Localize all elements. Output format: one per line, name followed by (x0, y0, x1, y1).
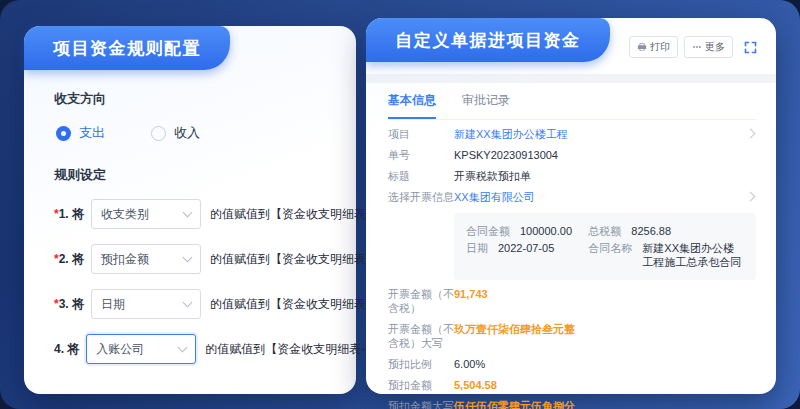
select-value: 收支类别 (101, 206, 149, 223)
rule-prefix: 2. 将 (59, 251, 84, 268)
direction-radio-group: 支出 收入 (56, 124, 336, 142)
more-button[interactable]: 更多 (684, 36, 733, 58)
rule-field-select-3[interactable]: 日期 (91, 289, 201, 319)
print-button[interactable]: 打印 (629, 36, 678, 58)
contract-tax-value: 8256.88 (631, 224, 671, 238)
contract-tax-label: 总税额 (588, 224, 621, 238)
left-panel-title-banner: 项目资金规则配置 (24, 26, 230, 70)
field-label: 开票金额（不含税） (388, 287, 454, 315)
fullscreen-icon[interactable] (743, 40, 758, 55)
rule-row-2: * 2. 将 预扣金额 的值赋值到【资金收支明细表-金额】中 (54, 244, 336, 274)
print-icon (637, 42, 647, 52)
radio-selected-icon (56, 126, 71, 141)
field-row-withhold-ratio: 预扣比例 6.00% (388, 357, 756, 371)
radio-unselected-icon (151, 126, 166, 141)
radio-income-label: 收入 (174, 124, 200, 142)
contract-name-label: 合同名称 (588, 241, 632, 269)
field-row-invoice-amount: 开票金额（不含税） 91,743 (388, 287, 756, 315)
radio-expense-label: 支出 (79, 124, 105, 142)
doc-no-value: KPSKY20230913004 (454, 148, 756, 162)
contract-name-value: 新建XX集团办公楼工程施工总承包合同 (642, 241, 744, 269)
invoice-info-link[interactable]: XX集团有限公司 (454, 190, 739, 204)
more-icon (692, 42, 702, 52)
field-row-withhold-amount-caps: 预扣金额大写 伍仟伍佰零肆元伍角捌分 (388, 399, 756, 409)
contract-amount-label: 合同金额 (466, 224, 510, 238)
bill-detail-panel: 打印 更多 基本信息 审批记录 项目 新建 (366, 18, 776, 394)
field-row-title: 标题 开票税款预扣单 (388, 169, 756, 183)
contract-date-label: 日期 (466, 241, 488, 255)
direction-label: 收支方向 (54, 90, 336, 108)
chevron-right-icon[interactable] (746, 129, 756, 139)
chevron-down-icon (178, 343, 188, 353)
tab-bar: 基本信息 审批记录 (388, 92, 756, 120)
rule-row-1: * 1. 将 收支类别 的值赋值到【资金收支明细表-收支类别】中 (54, 199, 336, 229)
field-label: 开票金额（不含税）大写 (388, 322, 454, 350)
field-row-doc-no: 单号 KPSKY20230913004 (388, 148, 756, 162)
app-background: 项目资金规则配置 收支方向 支出 收入 规则设定 * 1. 将 (0, 0, 800, 409)
rule-row-4: 4. 将 入账公司 的值赋值到【资金收支明细表-往来单位】中 (54, 334, 336, 364)
invoice-amount-caps-value: 玖万壹仟柒佰肆拾叁元整 (454, 322, 756, 336)
title-value: 开票税款预扣单 (454, 169, 756, 183)
withhold-amount-caps-value: 伍仟伍佰零肆元伍角捌分 (454, 399, 756, 409)
field-label: 预扣金额大写 (388, 399, 454, 409)
field-label: 项目 (388, 127, 454, 141)
rule-row-3: * 3. 将 日期 的值赋值到【资金收支明细表-收支日期】中 (54, 289, 336, 319)
invoice-amount-value: 91,743 (454, 287, 756, 301)
chevron-down-icon (183, 253, 193, 263)
chevron-right-icon[interactable] (746, 192, 756, 202)
rule-field-select-2[interactable]: 预扣金额 (91, 244, 201, 274)
field-label: 单号 (388, 148, 454, 162)
withhold-amount-value: 5,504.58 (454, 378, 756, 392)
right-panel-title: 自定义单据进项目资金 (396, 29, 581, 52)
field-row-project: 项目 新建XX集团办公楼工程 (388, 127, 756, 141)
rules-section-label: 规则设定 (54, 166, 336, 184)
chevron-down-icon (183, 298, 193, 308)
bill-content: 基本信息 审批记录 项目 新建XX集团办公楼工程 单号 KPSKY2023091… (366, 83, 776, 409)
field-row-invoice-amount-caps: 开票金额（不含税）大写 玖万壹仟柒佰肆拾叁元整 (388, 322, 756, 350)
withhold-ratio-value: 6.00% (454, 357, 756, 371)
rule-prefix: 3. 将 (59, 296, 84, 313)
rule-prefix: 4. 将 (54, 341, 79, 358)
tab-basic-info[interactable]: 基本信息 (388, 92, 436, 119)
field-label: 选择开票信息 (388, 190, 454, 204)
field-row-invoice-info: 选择开票信息 XX集团有限公司 (388, 190, 756, 204)
more-button-label: 更多 (705, 40, 725, 54)
select-value: 预扣金额 (101, 251, 149, 268)
chevron-down-icon (183, 208, 193, 218)
print-button-label: 打印 (650, 40, 670, 54)
right-panel-title-banner: 自定义单据进项目资金 (366, 18, 610, 62)
rule-prefix: 1. 将 (59, 206, 84, 223)
radio-income[interactable]: 收入 (151, 124, 200, 142)
contract-info-box: 合同金额 100000.00 日期 2022-07-05 总税额 8256.88… (454, 213, 756, 280)
contract-amount-value: 100000.00 (520, 224, 572, 238)
field-label: 预扣比例 (388, 357, 454, 371)
project-link[interactable]: 新建XX集团办公楼工程 (454, 127, 739, 141)
tab-approval-record[interactable]: 审批记录 (462, 92, 510, 119)
rule-field-select-1[interactable]: 收支类别 (91, 199, 201, 229)
field-row-withhold-amount: 预扣金额 5,504.58 (388, 378, 756, 392)
field-label: 预扣金额 (388, 378, 454, 392)
select-value: 入账公司 (96, 341, 144, 358)
rule-field-select-4[interactable]: 入账公司 (86, 334, 196, 364)
left-panel-title: 项目资金规则配置 (53, 37, 201, 60)
rules-list: * 1. 将 收支类别 的值赋值到【资金收支明细表-收支类别】中 * 2. 将 … (54, 199, 336, 364)
radio-expense[interactable]: 支出 (56, 124, 105, 142)
select-value: 日期 (101, 296, 125, 313)
header-divider (366, 74, 776, 83)
contract-date-value: 2022-07-05 (498, 241, 554, 255)
field-label: 标题 (388, 169, 454, 183)
bill-toolbar: 打印 更多 (629, 36, 758, 58)
rule-config-panel: 收支方向 支出 收入 规则设定 * 1. 将 收支类别 (24, 26, 356, 394)
